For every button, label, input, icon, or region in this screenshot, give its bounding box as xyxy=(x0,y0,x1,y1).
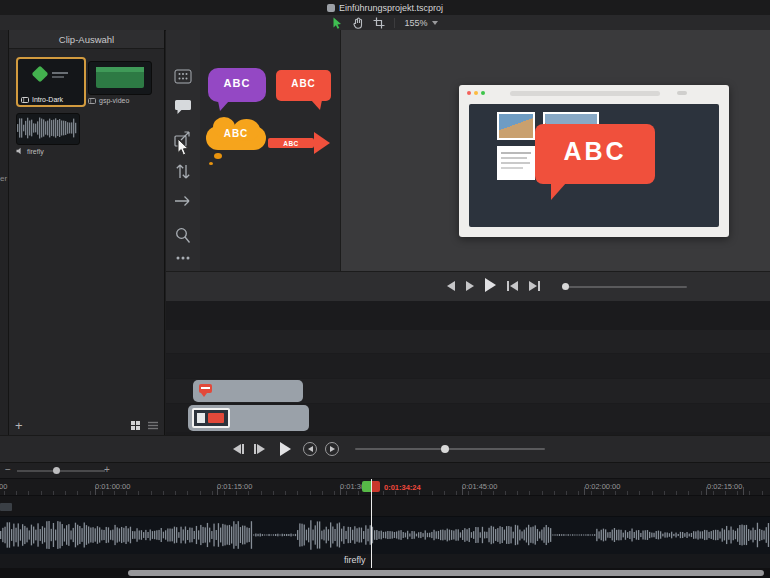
preview-play-button[interactable] xyxy=(485,278,496,292)
canvas-zoom-select[interactable]: 155% xyxy=(404,18,437,28)
zoom-in-button[interactable]: + xyxy=(104,464,110,475)
callout-label: ABC xyxy=(276,78,331,89)
playhead-line[interactable] xyxy=(371,479,372,568)
tool-more[interactable] xyxy=(176,256,190,260)
preview-bubble-text: ABC xyxy=(535,137,655,166)
clip-callout-icon-line xyxy=(201,387,210,389)
cursor-tool-button[interactable] xyxy=(332,17,343,29)
bubble-tail xyxy=(218,101,229,111)
timeline-scrubber-track[interactable] xyxy=(355,448,545,450)
triangle-glyph xyxy=(330,446,335,452)
canvas-area[interactable]: ABC xyxy=(340,30,770,271)
tool-behaviors[interactable] xyxy=(174,194,192,208)
timeline-zoom-bar: − + xyxy=(0,462,770,478)
collapsed-panel-strip[interactable]: er xyxy=(0,30,9,435)
tool-cursor-effects[interactable] xyxy=(174,227,192,244)
titlebar: Einführungsprojekt.tscproj xyxy=(0,0,770,16)
media-panel: Clip-Auswahl Intro-Dark gsp-video xyxy=(9,30,165,435)
media-item-gsp-video[interactable]: gsp-video xyxy=(88,61,152,104)
crop-tool-button[interactable] xyxy=(373,17,385,29)
zoom-out-button[interactable]: − xyxy=(5,464,11,475)
scrollbar-thumb[interactable] xyxy=(128,570,764,576)
media-panel-title: Clip-Auswahl xyxy=(59,34,114,45)
timeline-play-button[interactable] xyxy=(280,442,291,456)
address-bar xyxy=(510,91,660,96)
callout-arrow-right[interactable]: ABC xyxy=(268,132,332,154)
media-item-label: Intro-Dark xyxy=(32,96,63,103)
grid-view-icon[interactable] xyxy=(131,421,140,430)
browser-chrome xyxy=(459,85,729,101)
bar-glyph xyxy=(242,444,244,454)
callout-thought-cloud[interactable]: ABC xyxy=(206,116,266,152)
preview-bubble-tail xyxy=(551,183,566,200)
horizontal-scrollbar[interactable] xyxy=(0,568,770,578)
timeline-ruler[interactable]: 0:00:45:00 0:01:00:00 0:01:15:00 0:01:30… xyxy=(0,478,770,495)
pan-tool-button[interactable] xyxy=(352,17,364,29)
tiny-clip-fragment xyxy=(0,503,12,511)
playhead-time-label: 0:01:34:24 xyxy=(384,483,421,492)
gsp-video-thumbnail xyxy=(88,61,152,95)
traffic-light-green xyxy=(481,91,485,95)
mouse-cursor xyxy=(177,138,190,157)
playhead-out-handle[interactable] xyxy=(371,481,380,492)
step-forward-button[interactable] xyxy=(466,281,474,291)
callout-purple-speech-bubble[interactable]: ABC xyxy=(208,68,266,102)
media-panel-footer: + xyxy=(9,417,164,433)
callout-red-speech-bubble[interactable]: ABC xyxy=(276,70,331,101)
app-toolbar: 155% xyxy=(0,15,770,31)
clip-video-thumb xyxy=(192,408,230,428)
list-view-icon[interactable] xyxy=(148,421,158,430)
preview-scrubber-handle[interactable] xyxy=(562,283,569,290)
timeline-scrubber-handle[interactable] xyxy=(441,445,449,453)
triangle-glyph xyxy=(257,444,265,454)
timeline-transport-bar xyxy=(0,435,770,462)
add-media-button[interactable]: + xyxy=(15,419,23,432)
prev-frame-button[interactable] xyxy=(233,444,244,454)
triangle-glyph xyxy=(510,281,518,291)
media-item-intro-dark[interactable]: Intro-Dark xyxy=(16,57,86,107)
tool-media[interactable] xyxy=(174,69,192,84)
media-panel-header[interactable]: Clip-Auswahl xyxy=(9,30,164,49)
triangle-glyph xyxy=(308,446,313,452)
step-back-button[interactable] xyxy=(447,281,455,291)
callout-label: ABC xyxy=(206,128,266,139)
document-icon xyxy=(327,4,335,12)
timeline-clip-callout[interactable] xyxy=(193,380,303,402)
window-title: Einführungsprojekt.tscproj xyxy=(339,3,443,13)
tool-callouts[interactable] xyxy=(174,99,192,115)
bubble-tail xyxy=(311,100,322,110)
media-item-firefly[interactable]: firefly xyxy=(16,113,80,155)
skip-forward-button[interactable] xyxy=(325,442,339,456)
triangle-glyph xyxy=(529,281,537,291)
video-preview-frame: ABC xyxy=(459,85,729,237)
playhead-in-handle[interactable] xyxy=(362,481,371,492)
traffic-light-red xyxy=(467,91,471,95)
audio-clip-label-row: firefly xyxy=(0,554,770,568)
audio-waveform xyxy=(0,517,770,553)
callout-label: ABC xyxy=(208,77,266,89)
audio-clip-label: firefly xyxy=(344,555,366,565)
tool-transitions[interactable] xyxy=(174,163,192,180)
ruler-label: 0:00:45:00 xyxy=(0,482,7,491)
bar-glyph xyxy=(507,281,509,291)
skip-back-button[interactable] xyxy=(303,442,317,456)
preview-playback-bar xyxy=(166,271,770,301)
callout-gallery: ABC ABC ABC ABC xyxy=(200,30,340,271)
timeline-clip-video[interactable] xyxy=(188,405,309,431)
track-lane xyxy=(166,354,770,378)
jump-start-button[interactable] xyxy=(507,281,518,291)
cloud-tail-dot xyxy=(209,162,213,165)
jump-end-button[interactable] xyxy=(529,281,540,291)
clip-callout-icon-tail xyxy=(201,393,207,400)
chevron-down-icon xyxy=(432,21,438,28)
preview-scrubber-track[interactable] xyxy=(565,286,687,288)
next-frame-button[interactable] xyxy=(254,444,265,454)
timeline-tracks-upper[interactable] xyxy=(166,301,770,435)
zoom-slider-handle[interactable] xyxy=(53,467,60,474)
zoom-slider-track[interactable] xyxy=(17,470,105,472)
cloud-tail-dot xyxy=(214,153,222,159)
timeline-track-empty[interactable] xyxy=(0,495,770,516)
audio-track-firefly[interactable] xyxy=(0,516,770,554)
firefly-thumbnail xyxy=(16,113,80,145)
track-lane xyxy=(166,330,770,353)
